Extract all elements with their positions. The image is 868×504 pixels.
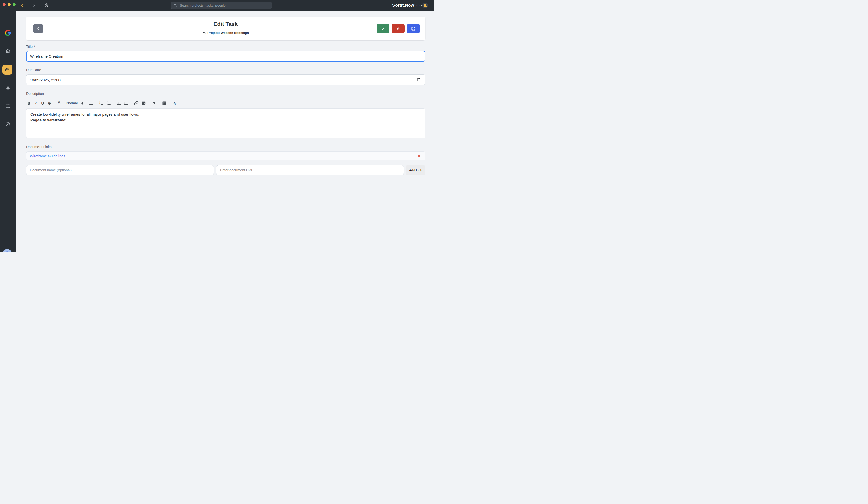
user-avatar[interactable]	[2, 249, 12, 252]
clear-format-button[interactable]: Tx	[173, 100, 176, 106]
edit-task-header-card	[26, 17, 425, 40]
traffic-light-minimize[interactable]	[8, 3, 11, 6]
format-select[interactable]: Normal	[66, 100, 83, 106]
table-button[interactable]	[162, 100, 166, 106]
image-icon	[141, 101, 146, 105]
sorted-bars-icon	[423, 3, 427, 7]
document-link-row: Wireframe Guidelines ×	[26, 152, 425, 160]
project-row: Project: Website Redesign	[26, 31, 425, 35]
title-input[interactable]	[26, 51, 425, 62]
save-icon	[411, 27, 415, 31]
team-icon	[5, 85, 11, 91]
check-circle-icon	[5, 121, 11, 127]
sidebar	[0, 11, 16, 252]
briefcase-icon	[4, 67, 10, 72]
table-icon	[162, 101, 166, 105]
nav-forward-icon[interactable]	[31, 2, 37, 8]
ordered-list-button[interactable]: 123	[99, 100, 104, 106]
strikethrough-button[interactable]: S	[46, 100, 52, 106]
text-color-button[interactable]: A	[56, 100, 62, 106]
brand-logo-icon	[422, 2, 428, 8]
image-button[interactable]	[141, 100, 146, 106]
timer-icon[interactable]	[43, 2, 49, 8]
traffic-light-maximize[interactable]	[13, 3, 16, 6]
align-button[interactable]	[89, 100, 93, 106]
date-picker-icon[interactable]	[416, 78, 421, 83]
project-briefcase-icon	[202, 31, 206, 35]
description-paragraph: Create low-fidelity wireframes for all m…	[30, 112, 421, 117]
italic-button[interactable]: I	[33, 100, 39, 106]
indent-icon	[124, 101, 128, 105]
sidebar-item-calendar[interactable]	[0, 103, 16, 109]
svg-text:3: 3	[99, 103, 100, 105]
nav-back-icon[interactable]	[19, 2, 25, 8]
description-label: Description	[26, 92, 44, 96]
document-links-label: Document Links	[26, 145, 51, 149]
brand-badge: BETA	[416, 4, 422, 7]
global-search	[170, 1, 272, 9]
window-titlebar: Sortit.Now BETA	[0, 0, 434, 11]
sidebar-item-team[interactable]	[0, 85, 16, 91]
due-date-input[interactable]	[26, 74, 425, 85]
page-title: Edit Task	[26, 21, 425, 27]
bullet-list-icon	[106, 101, 111, 105]
indent-button[interactable]	[124, 100, 128, 106]
complete-task-button[interactable]	[376, 24, 390, 33]
check-icon	[381, 27, 385, 31]
description-paragraph-bold: Pages to wireframe:	[30, 117, 421, 122]
sidebar-item-projects[interactable]	[2, 64, 12, 75]
project-label: Project: Website Redesign	[207, 31, 249, 35]
description-editor[interactable]: Create low-fidelity wireframes for all m…	[26, 109, 425, 138]
document-url-input[interactable]	[216, 165, 404, 175]
document-link[interactable]: Wireframe Guidelines	[30, 154, 65, 158]
underline-button[interactable]: U	[40, 100, 45, 106]
brand: Sortit.Now BETA	[392, 0, 422, 11]
link-button[interactable]	[134, 100, 138, 106]
outdent-icon	[116, 101, 121, 105]
chevron-left-icon	[37, 27, 40, 30]
calendar-icon	[5, 103, 11, 109]
search-input[interactable]	[179, 3, 269, 8]
remove-link-icon[interactable]: ×	[416, 154, 422, 158]
sidebar-item-home[interactable]	[0, 48, 16, 54]
due-date-label: Due Date	[26, 68, 41, 72]
select-arrows-icon	[81, 102, 83, 105]
outdent-button[interactable]	[116, 100, 121, 106]
document-name-input[interactable]	[26, 165, 214, 175]
brand-name: Sortit.Now	[392, 3, 414, 8]
align-icon	[89, 101, 93, 105]
delete-task-button[interactable]	[392, 24, 405, 33]
save-task-button[interactable]	[407, 24, 420, 33]
sidebar-item-tasks[interactable]	[0, 121, 16, 127]
link-icon	[134, 101, 138, 105]
bold-button[interactable]: B	[26, 100, 32, 106]
color-swatch	[58, 105, 61, 105]
ordered-list-icon: 123	[99, 101, 104, 105]
add-link-button[interactable]: Add Link	[406, 165, 425, 175]
search-icon	[174, 3, 177, 7]
home-icon	[5, 48, 11, 54]
blockquote-button[interactable]	[152, 100, 156, 106]
bullet-list-button[interactable]	[106, 100, 111, 106]
quote-icon	[152, 101, 156, 105]
trash-icon	[396, 27, 400, 31]
text-caret	[63, 54, 63, 59]
title-label: Title *	[26, 44, 35, 49]
traffic-light-close[interactable]	[2, 3, 6, 6]
google-logo	[0, 30, 16, 36]
editor-toolbar: B I U S A Normal 123	[26, 100, 176, 106]
